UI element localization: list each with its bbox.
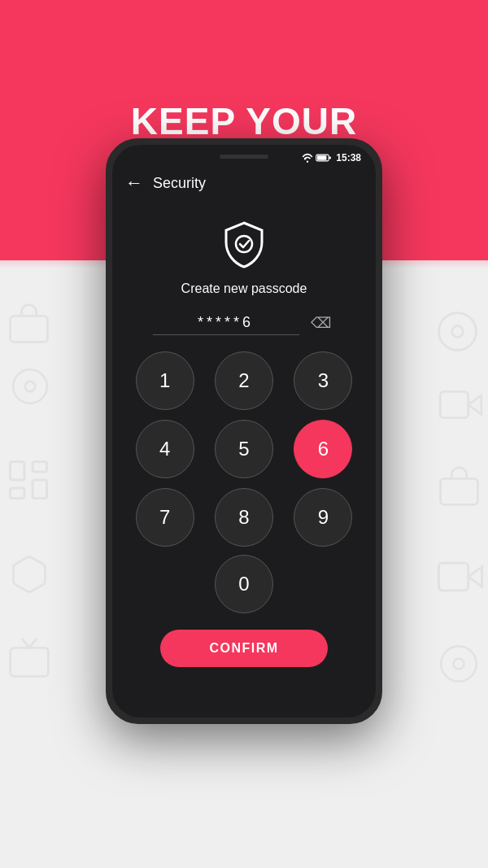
svg-rect-8 [440,391,468,417]
svg-rect-4 [33,480,47,499]
svg-rect-0 [11,316,48,342]
num-btn-2[interactable]: 2 [215,351,273,410]
confirm-button[interactable]: CONFIRM [160,630,327,667]
passcode-title: Create new passcode [181,281,307,296]
num-btn-3[interactable]: 3 [294,351,352,410]
svg-point-1 [25,382,36,392]
num-btn-7[interactable]: 7 [136,488,194,547]
svg-point-17 [236,236,252,252]
content-area: Create new passcode ⌫ 1 2 3 4 5 6 7 8 9 [112,202,376,718]
svg-point-7 [452,326,464,338]
num-btn-4[interactable]: 4 [136,420,194,478]
passcode-display [153,311,299,335]
svg-rect-2 [11,462,25,481]
num-btn-1[interactable]: 1 [136,351,194,410]
svg-point-12 [454,659,464,670]
svg-rect-11 [438,563,468,591]
back-button[interactable]: ← [125,172,143,194]
delete-button[interactable]: ⌫ [306,311,336,335]
shield-check-icon [218,218,270,270]
status-time: 15:38 [336,152,361,164]
num-btn-0[interactable]: 0 [215,555,273,613]
status-icons [302,153,332,163]
numpad: 1 2 3 4 5 6 7 8 9 [130,351,358,547]
svg-rect-6 [11,648,49,676]
num-btn-6[interactable]: 6 [294,420,352,478]
svg-rect-15 [317,155,327,159]
svg-rect-9 [441,478,478,504]
num-btn-9[interactable]: 9 [294,488,352,547]
svg-point-13 [307,161,308,163]
toolbar-title: Security [153,175,206,192]
num-btn-8[interactable]: 8 [215,488,273,547]
zero-row: 0 [215,555,273,613]
phone-speaker [220,155,268,159]
svg-rect-16 [329,156,331,159]
svg-rect-5 [11,488,25,499]
svg-marker-10 [468,567,482,587]
num-btn-5[interactable]: 5 [215,420,273,478]
phone-frame: 15:38 ← Security Create new passc [106,138,382,724]
battery-icon [316,153,332,163]
svg-rect-3 [33,462,47,473]
wifi-icon [302,153,313,163]
headline-line1: KEEP YOUR [131,100,357,142]
shield-container [218,218,270,273]
toolbar: ← Security [112,168,376,202]
passcode-input-row: ⌫ [125,311,363,335]
phone-screen: 15:38 ← Security Create new passc [112,145,376,718]
